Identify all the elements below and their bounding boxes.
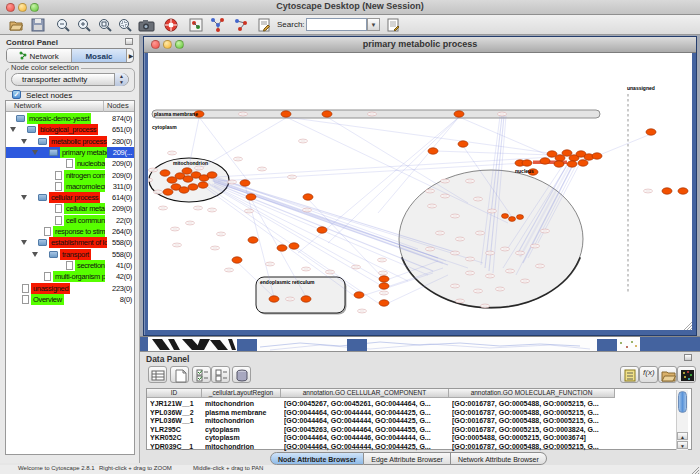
tree-expand-icon[interactable]	[21, 139, 27, 144]
graph-node[interactable]	[163, 189, 173, 195]
select-attributes-icon[interactable]	[148, 366, 167, 383]
zoom-fit-icon[interactable]	[97, 17, 113, 33]
tree-row[interactable]: macromolecule metab311(0)	[6, 181, 134, 192]
tree-row-label[interactable]: metabolic process	[49, 136, 107, 147]
attribute-editor-icon[interactable]	[620, 366, 639, 383]
delete-attribute-icon[interactable]	[232, 366, 251, 383]
graph-node[interactable]	[354, 292, 364, 298]
tree-row-label[interactable]: multi-organism proces	[53, 271, 105, 282]
function-builder-icon[interactable]: f(x)	[639, 366, 658, 383]
graph-node[interactable]	[289, 243, 299, 249]
graph-node[interactable]	[454, 111, 464, 117]
browser-tab[interactable]: Node Attribute Browser	[270, 452, 364, 465]
graph-node[interactable]	[502, 214, 509, 219]
tab-overflow-icon[interactable]: ▶	[127, 49, 134, 63]
tab-network[interactable]: Network	[7, 49, 72, 63]
graph-node[interactable]	[567, 161, 577, 167]
combo-stepper-icon[interactable]: ▲▼	[114, 73, 128, 86]
graph-node[interactable]	[428, 148, 438, 154]
zoom-selected-icon[interactable]	[117, 17, 133, 33]
table-cell[interactable]: [GO:0044464, GO:0044444, GO:0044425, G..…	[284, 442, 447, 451]
graph-node[interactable]	[281, 111, 291, 117]
graph-node[interactable]	[517, 215, 524, 220]
tree-row[interactable]: mosaic-demo-yeast874(0)	[6, 113, 134, 124]
graph-node[interactable]	[246, 194, 256, 200]
tree-row[interactable]: cellular metabolic proc209(0)	[6, 203, 134, 214]
snapshot-icon[interactable]	[138, 17, 154, 33]
graph-node[interactable]	[678, 188, 688, 194]
tree-row-label[interactable]: establishment of locali	[49, 237, 107, 248]
tree-row-label[interactable]: response to stimulus	[53, 226, 105, 237]
tree-row-label[interactable]: cellular process	[49, 192, 100, 203]
tree-expand-icon[interactable]	[32, 252, 38, 257]
tree-expand-icon[interactable]	[32, 150, 38, 155]
graph-node[interactable]	[458, 141, 468, 147]
network-view-titlebar[interactable]: primary metabolic process	[144, 37, 696, 53]
graph-node[interactable]	[277, 245, 287, 251]
tree-row-label[interactable]: Overview	[31, 294, 64, 305]
graph-node[interactable]	[232, 257, 242, 263]
table-cell[interactable]: YDR039C__1	[150, 442, 200, 451]
tree-row-label[interactable]: macromolecule metab	[64, 181, 105, 192]
browser-tab[interactable]: Edge Attribute Browser	[364, 452, 451, 465]
tree-row-label[interactable]: biological_process	[38, 124, 98, 135]
annotation-icon[interactable]	[256, 17, 272, 33]
graph-node[interactable]	[188, 184, 198, 190]
graph-node[interactable]	[248, 237, 258, 243]
tab-mosaic[interactable]: Mosaic	[72, 49, 127, 63]
tree-row[interactable]: nucleobase-containing209(0)	[6, 158, 134, 169]
graph-node[interactable]	[317, 227, 327, 233]
search-input[interactable]	[306, 18, 367, 31]
network-canvas[interactable]: plasma membrane cytoplasm mitochondrion …	[148, 53, 692, 330]
table-column-header[interactable]: annotation.GO CELLULAR_COMPONENT	[281, 389, 449, 398]
graph-node[interactable]	[322, 111, 332, 117]
float-data-panel-icon[interactable]	[684, 354, 692, 361]
matrix-icon[interactable]	[677, 366, 696, 383]
graph-node[interactable]	[554, 161, 564, 167]
tree-row[interactable]: cell communication22(0)	[6, 215, 134, 226]
select-all-icon[interactable]	[192, 366, 211, 383]
tree-row-label[interactable]: cell communication	[64, 215, 105, 226]
graph-node[interactable]	[179, 187, 189, 193]
graph-node[interactable]	[207, 172, 217, 178]
graph-node[interactable]	[379, 283, 389, 289]
scroll-down-icon[interactable]: ▼	[677, 441, 688, 449]
tree-row[interactable]: multi-organism proces42(0)	[6, 271, 134, 282]
unselect-all-icon[interactable]	[211, 366, 230, 383]
graph-node[interactable]	[555, 155, 565, 161]
vizmapper-icon[interactable]	[188, 17, 204, 33]
zoom-out-icon[interactable]	[55, 17, 71, 33]
open-icon[interactable]	[8, 17, 24, 33]
scroll-up-icon[interactable]: ▲	[677, 432, 688, 440]
float-panel-icon[interactable]	[125, 38, 133, 45]
search-dropdown-icon[interactable]: ▼	[367, 18, 380, 31]
select-nodes-checkbox[interactable]: ✓	[12, 90, 21, 99]
tree-row-label[interactable]: cellular metabolic proc	[64, 203, 105, 214]
graph-node[interactable]	[540, 158, 550, 164]
tree-row[interactable]: transport558(0)	[6, 249, 134, 260]
scrollbar-thumb[interactable]	[678, 391, 687, 413]
new-attribute-icon[interactable]	[170, 366, 189, 383]
graph-node[interactable]	[379, 300, 389, 306]
tree-row[interactable]: establishment of locali558(0)	[6, 237, 134, 248]
tree-row-label[interactable]: transport	[60, 249, 91, 260]
resize-grip-icon[interactable]	[690, 467, 699, 474]
graph-node[interactable]	[198, 182, 208, 188]
graph-node[interactable]	[578, 160, 588, 166]
graph-node[interactable]	[182, 168, 192, 174]
graph-node[interactable]	[509, 217, 516, 222]
tree-row-label[interactable]: unassigned	[31, 283, 70, 294]
table-vscrollbar[interactable]: ▲▼	[676, 390, 688, 450]
tree-row[interactable]: secretion41(0)	[6, 260, 134, 271]
tree-row[interactable]: metabolic process280(0)	[6, 136, 134, 147]
graph-node[interactable]	[592, 153, 602, 159]
import-icon[interactable]	[658, 366, 677, 383]
tree-row[interactable]: primary metabolic process209(...	[6, 147, 134, 158]
graph-node[interactable]	[562, 150, 572, 156]
table-column-header[interactable]: ID	[147, 389, 202, 398]
help-icon[interactable]	[163, 17, 179, 33]
graph-node[interactable]	[662, 188, 672, 194]
tree-row[interactable]: biological_process651(0)	[6, 124, 134, 135]
tree-row[interactable]: cellular process614(0)	[6, 192, 134, 203]
graph-node[interactable]	[303, 194, 313, 200]
